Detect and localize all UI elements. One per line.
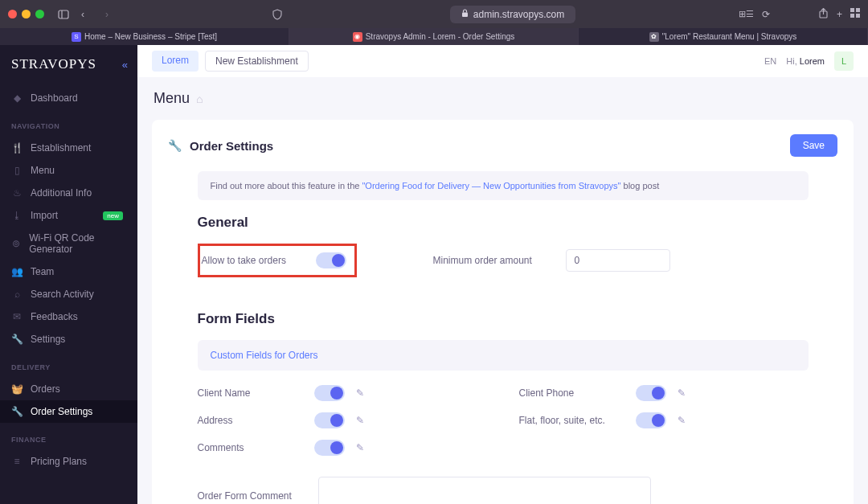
sidebar-item-order-settings[interactable]: 🔧 Order Settings <box>0 400 137 423</box>
allow-orders-highlight: Allow to take orders <box>198 244 357 277</box>
edit-icon[interactable]: ✎ <box>678 387 686 399</box>
search-icon: ⌕ <box>11 289 23 300</box>
svg-rect-6 <box>850 14 854 18</box>
shield-icon[interactable] <box>268 5 287 24</box>
allow-orders-toggle[interactable] <box>316 252 346 268</box>
sidebar-item-wifi-qr[interactable]: ⊚ Wi-Fi QR Code Generator <box>0 227 137 260</box>
sidebar-item-dashboard[interactable]: ◆ Dashboard <box>0 87 137 109</box>
edit-icon[interactable]: ✎ <box>356 387 364 399</box>
sidebar-item-menu[interactable]: ▯ Menu <box>0 159 137 182</box>
sidebar-item-label: Feedbacks <box>31 311 78 322</box>
svg-rect-2 <box>462 12 468 17</box>
tab-new-establishment[interactable]: New Establishment <box>205 51 309 72</box>
main-content: Lorem New Establishment EN Hi, Lorem L M… <box>137 45 868 504</box>
sidebar-item-import[interactable]: ⭳ Import new <box>0 204 137 227</box>
reload-icon[interactable]: ⟳ <box>762 9 770 20</box>
url-text: admin.stravopys.com <box>473 9 564 20</box>
flat-label: Flat, floor, suite, etc. <box>519 415 636 426</box>
dashboard-icon: ◆ <box>11 92 23 104</box>
browser-tab[interactable]: ✿ "Lorem" Restaurant Menu | Stravopys <box>579 28 868 45</box>
sidebar-item-label: Pricing Plans <box>31 456 87 467</box>
favicon-icon: ◉ <box>353 32 362 42</box>
breadcrumb: Menu ⌂ <box>137 77 868 120</box>
import-icon: ⭳ <box>11 210 23 221</box>
utensils-icon: 🍴 <box>11 142 23 154</box>
comments-label: Comments <box>198 442 314 453</box>
flat-toggle[interactable] <box>636 412 666 428</box>
order-form-comment-label: Order Form Comment <box>198 490 318 502</box>
browser-tab[interactable]: S Home – New Business – Stripe [Test] <box>0 28 289 45</box>
custom-fields-banner: Custom Fields for Orders <box>198 340 809 371</box>
page-title: Menu <box>154 90 190 107</box>
home-icon[interactable]: ⌂ <box>196 92 203 105</box>
sidebar-section-label: DELIVERY <box>11 363 137 371</box>
translate-icon[interactable]: ⊞☰ <box>739 9 754 19</box>
address-toggle[interactable] <box>314 412 345 428</box>
blog-link[interactable]: "Ordering Food for Delivery — New Opport… <box>362 181 620 191</box>
sidebar-item-label: Additional Info <box>31 187 92 199</box>
client-name-toggle[interactable] <box>314 385 345 401</box>
sidebar-item-label: Dashboard <box>31 92 78 104</box>
new-badge: new <box>103 211 123 220</box>
sidebar-item-label: Import <box>31 210 58 221</box>
window-controls <box>8 10 44 18</box>
min-amount-label: Minimum order amount <box>433 255 550 266</box>
basket-icon: 🧺 <box>11 383 23 395</box>
back-icon[interactable]: ‹ <box>73 5 92 24</box>
sidebar-item-establishment[interactable]: 🍴 Establishment <box>0 137 137 159</box>
avatar[interactable]: L <box>834 51 854 71</box>
svg-rect-7 <box>856 14 860 18</box>
edit-icon[interactable]: ✎ <box>356 415 364 426</box>
tab-label: "Lorem" Restaurant Menu | Stravopys <box>662 32 797 41</box>
sidebar-item-label: Orders <box>31 383 60 395</box>
sidebar-section-label: FINANCE <box>11 436 137 444</box>
sidebar-item-pricing[interactable]: ≡ Pricing Plans <box>0 450 137 473</box>
sidebar-section-label: NAVIGATION <box>11 122 137 130</box>
section-form-fields: Form Fields <box>198 311 809 327</box>
svg-rect-5 <box>856 8 860 12</box>
min-amount-input[interactable] <box>566 249 670 272</box>
sidebar-item-additional-info[interactable]: ♨ Additional Info <box>0 182 137 204</box>
wrench-icon: 🔧 <box>11 406 23 417</box>
client-name-label: Client Name <box>198 387 314 399</box>
sidebar-item-label: Order Settings <box>31 406 92 417</box>
client-phone-toggle[interactable] <box>636 385 666 401</box>
tab-label: Home – New Business – Stripe [Test] <box>84 32 217 41</box>
svg-rect-0 <box>59 10 68 18</box>
wrench-icon: 🔧 <box>168 139 182 152</box>
comments-toggle[interactable] <box>314 440 345 456</box>
minimize-window-icon[interactable] <box>22 10 31 18</box>
favicon-icon: ✿ <box>649 32 659 42</box>
edit-icon[interactable]: ✎ <box>678 415 686 426</box>
browser-tab[interactable]: ◉ Stravopys Admin - Lorem - Order Settin… <box>289 28 579 45</box>
team-icon: 👥 <box>11 266 23 277</box>
forward-icon[interactable]: › <box>97 5 117 24</box>
wrench-icon: 🔧 <box>11 334 23 345</box>
info-banner: Find out more about this feature in the … <box>198 171 809 200</box>
sidebar-item-settings[interactable]: 🔧 Settings <box>0 328 137 350</box>
collapse-sidebar-icon[interactable]: « <box>122 59 128 71</box>
sidebar-item-label: Establishment <box>31 142 91 154</box>
close-window-icon[interactable] <box>8 10 17 18</box>
favicon-icon: S <box>72 32 81 42</box>
language-switch[interactable]: EN <box>764 56 776 66</box>
sidebar-item-team[interactable]: 👥 Team <box>0 260 137 283</box>
tab-grid-icon[interactable] <box>850 8 860 20</box>
logo: STRAVOPYS <box>11 56 96 72</box>
order-form-comment-input[interactable] <box>318 477 651 504</box>
save-button[interactable]: Save <box>790 134 837 157</box>
share-icon[interactable] <box>818 8 829 21</box>
mail-icon: ✉ <box>11 311 23 322</box>
tab-label: Stravopys Admin - Lorem - Order Settings <box>366 32 515 41</box>
address-bar[interactable]: admin.stravopys.com <box>450 6 575 23</box>
sidebar-item-feedbacks[interactable]: ✉ Feedbacks <box>0 305 137 328</box>
edit-icon[interactable]: ✎ <box>356 442 364 453</box>
sidebar-item-search-activity[interactable]: ⌕ Search Activity <box>0 283 137 305</box>
custom-fields-link[interactable]: Custom Fields for Orders <box>211 350 318 361</box>
new-tab-icon[interactable]: + <box>837 9 842 20</box>
lock-icon <box>461 9 469 20</box>
maximize-window-icon[interactable] <box>35 10 44 18</box>
tab-active-establishment[interactable]: Lorem <box>152 51 199 72</box>
sidebar-toggle-icon[interactable] <box>54 5 73 24</box>
sidebar-item-orders[interactable]: 🧺 Orders <box>0 378 137 400</box>
